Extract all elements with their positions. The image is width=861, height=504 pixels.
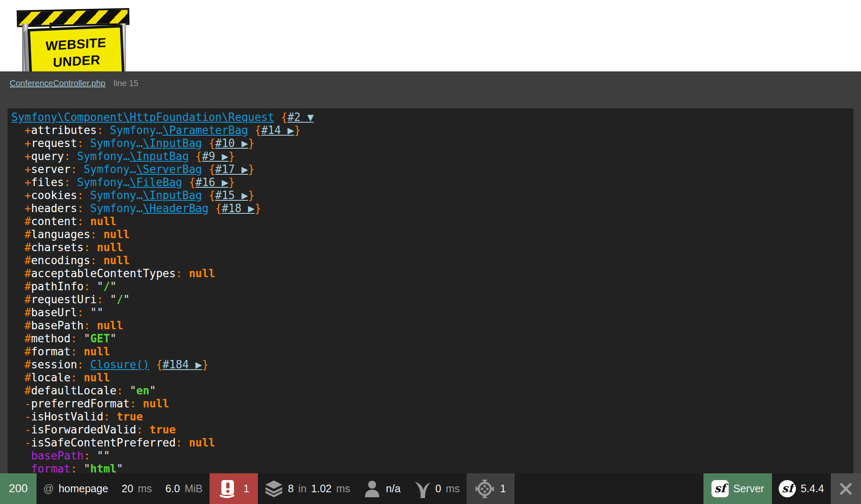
dump-token: Symfony… <box>110 124 163 136</box>
toolbar-database[interactable]: 8 in 1.02 ms <box>258 473 357 504</box>
db-query-count: 8 <box>288 483 294 495</box>
dump-toggle[interactable]: #10 ▶ <box>215 137 248 150</box>
dump-class-link[interactable]: \ParameterBag <box>163 124 248 136</box>
sf-glyph: sf <box>782 482 793 495</box>
dump-line: #method: "GET" <box>11 332 850 345</box>
dump-panel-header: ConferenceController.php line 15 <box>0 71 861 88</box>
dump-token: request <box>31 137 77 150</box>
dump-token: query <box>31 150 64 163</box>
debug-toolbar: 200 @ homepage 20 ms 6.0 MiB 1 <box>0 473 861 504</box>
toolbar-memory[interactable]: 6.0 MiB <box>159 473 210 504</box>
ajax-target-icon <box>475 479 494 499</box>
time-value: 20 <box>122 483 134 495</box>
dump-token: + <box>11 202 31 215</box>
dump-token: : <box>176 267 189 280</box>
dump-token: " <box>130 384 136 397</box>
dump-line: -preferredFormat: null <box>11 397 850 410</box>
toolbar-symfony-version[interactable]: sf 5.4.4 <box>772 473 831 504</box>
dump-class-link[interactable]: \InputBag <box>143 189 202 202</box>
memory-value: 6.0 <box>165 483 180 495</box>
dump-line: -isForwardedValid: true <box>11 423 850 436</box>
layers-icon <box>265 479 283 499</box>
dump-token: encodings <box>31 254 90 267</box>
dump-token: cookies <box>31 189 77 202</box>
dump-class-link[interactable]: \InputBag <box>143 137 202 150</box>
dump-toggle[interactable]: #16 ▶ <box>195 176 228 189</box>
dump-token: { <box>248 124 261 136</box>
toolbar-route[interactable]: @ homepage <box>37 473 115 504</box>
dump-toggle[interactable]: #14 ▶ <box>261 124 294 136</box>
dump-token: null <box>97 241 123 254</box>
toolbar-server[interactable]: sf Server <box>704 473 772 504</box>
dump-token: isSafeContentPreferred <box>31 436 176 449</box>
dump-token: headers <box>31 202 77 215</box>
dump-token: : <box>64 150 77 163</box>
dump-token: pathInfo <box>31 280 84 293</box>
dump-token: : <box>84 319 97 332</box>
dump-token: " <box>123 293 130 306</box>
dump-class-link[interactable]: \HeaderBag <box>143 202 209 215</box>
toolbar-status-code[interactable]: 200 <box>0 473 37 504</box>
dump-token: : <box>97 293 110 306</box>
dump-token: Symfony… <box>84 163 136 176</box>
dump-token: : <box>84 280 97 293</box>
dump-token: : <box>176 436 189 449</box>
dump-token: : <box>77 358 90 371</box>
source-file-link[interactable]: ConferenceController.php <box>10 79 105 88</box>
dump-token: format <box>31 345 71 358</box>
dump-toggle[interactable]: #9 ▶ <box>202 150 228 163</box>
dump-line: #session: Closure() {#184 ▶} <box>11 358 850 371</box>
dump-token: - <box>11 423 31 436</box>
dump-token: : <box>90 254 103 267</box>
dump-token: # <box>11 215 31 228</box>
dump-token: Symfony… <box>77 150 130 163</box>
dump-token: : <box>77 202 90 215</box>
dump-token: en <box>136 384 149 397</box>
dump-line: +attributes: Symfony…\ParameterBag {#14 … <box>11 124 850 137</box>
dump-token: # <box>11 254 31 267</box>
route-name: homepage <box>58 483 108 495</box>
dump-token: isForwardedValid <box>31 423 136 436</box>
dump-token: # <box>11 228 31 241</box>
toolbar-security[interactable]: n/a <box>357 473 407 504</box>
route-at-sign: @ <box>43 483 54 495</box>
dump-line: #format: null <box>11 345 850 358</box>
security-user: n/a <box>386 483 401 495</box>
symfony-logo-round-icon: sf <box>779 480 796 497</box>
dump-token: # <box>11 358 31 371</box>
dump-toggle[interactable]: #184 ▶ <box>163 358 202 371</box>
dump-token: " <box>84 332 90 345</box>
dump-toggle[interactable]: #2 ▼ <box>287 111 314 123</box>
dump-panel: ConferenceController.php line 15 Symfony… <box>0 71 861 504</box>
dump-token: "" <box>97 449 110 462</box>
twig-leaf-icon <box>414 480 431 498</box>
dump-token: null <box>103 254 130 267</box>
dump-token: : <box>77 137 90 150</box>
toolbar-ajax-requests[interactable]: 1 <box>467 473 514 504</box>
toolbar-close-button[interactable] <box>831 473 861 504</box>
dump-class-link[interactable]: \InputBag <box>130 150 189 163</box>
dump-token: : <box>71 332 84 345</box>
toolbar-request-time[interactable]: 20 ms <box>115 473 159 504</box>
toolbar-twig[interactable]: 0 ms <box>407 473 467 504</box>
toolbar-logger-errors[interactable]: 1 <box>210 473 258 504</box>
db-time-unit: ms <box>336 483 350 495</box>
db-time: 1.02 <box>311 483 332 495</box>
dump-token: null <box>90 215 117 228</box>
dump-token: { <box>274 111 287 123</box>
dump-token: } <box>248 137 255 150</box>
dump-token: null <box>189 267 215 280</box>
dump-toggle[interactable]: #17 ▶ <box>215 163 248 176</box>
dump-toggle[interactable]: #18 ▶ <box>222 202 255 215</box>
server-label: Server <box>733 483 764 495</box>
dump-class-link[interactable]: \FileBag <box>130 176 182 189</box>
dump-token: : <box>136 423 149 436</box>
dump-class-link[interactable]: Closure() <box>90 358 150 371</box>
dump-class-link[interactable]: \ServerBag <box>136 163 202 176</box>
dump-token: Symfony… <box>90 137 143 150</box>
dump-class-link[interactable]: Symfony\Component\HttpFoundation\Request <box>11 111 274 123</box>
memory-unit: MiB <box>184 483 202 495</box>
dump-toggle[interactable]: #15 ▶ <box>215 189 248 202</box>
sf-glyph: sf <box>714 482 726 495</box>
dump-token: # <box>11 371 31 384</box>
